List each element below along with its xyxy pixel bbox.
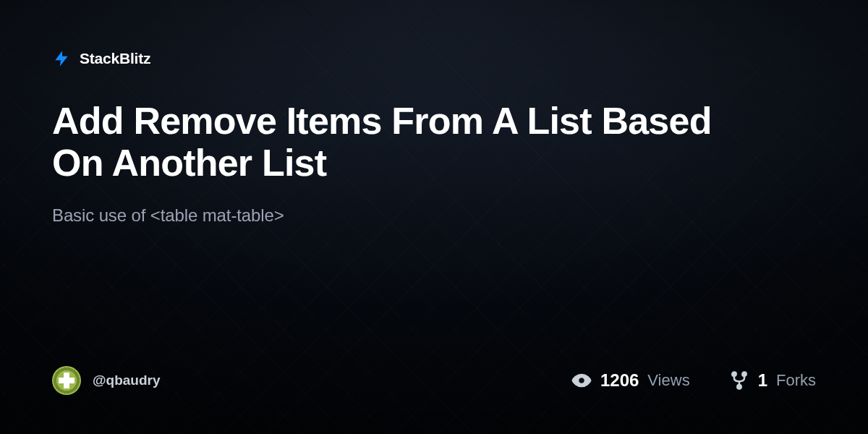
author-handle[interactable]: @qbaudry	[93, 373, 160, 388]
brand-row: StackBlitz	[52, 49, 816, 68]
forks-value: 1	[758, 370, 767, 391]
eye-icon	[571, 370, 592, 391]
forks-label: Forks	[776, 371, 816, 390]
author-avatar[interactable]	[52, 366, 81, 395]
brand-name: StackBlitz	[80, 50, 150, 67]
views-label: Views	[647, 371, 689, 390]
project-description: Basic use of <table mat-table>	[52, 205, 816, 226]
views-value: 1206	[600, 370, 639, 391]
views-stat: 1206 Views	[571, 370, 690, 391]
project-title: Add Remove Items From A List Based On An…	[52, 100, 746, 184]
forks-stat: 1 Forks	[729, 370, 816, 391]
card-content: StackBlitz Add Remove Items From A List …	[0, 0, 868, 434]
stats-group: 1206 Views 1 Forks	[571, 370, 816, 391]
footer-row: @qbaudry 1206 Views	[52, 366, 816, 395]
fork-icon	[729, 370, 749, 391]
svg-point-2	[579, 378, 584, 383]
bolt-icon	[52, 49, 71, 68]
